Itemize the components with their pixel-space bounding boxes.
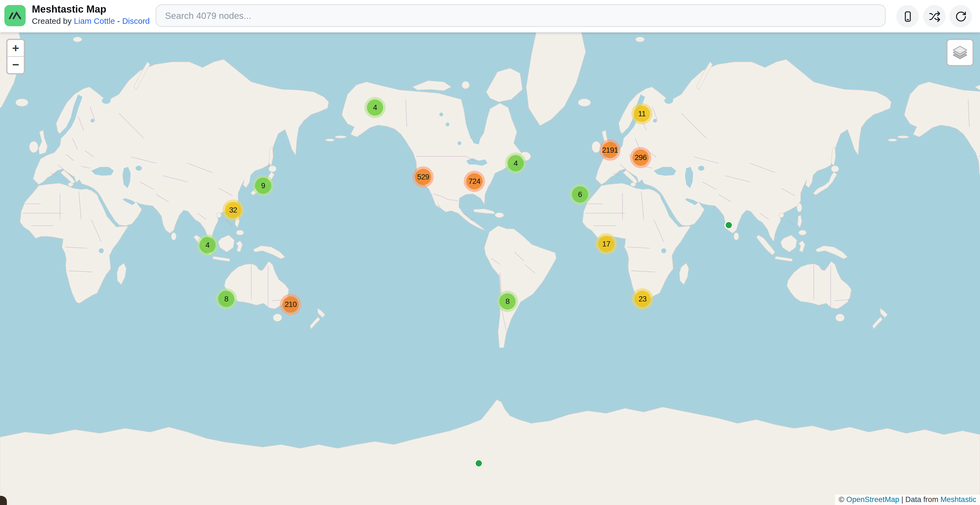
cluster-marker[interactable]: 23 bbox=[632, 288, 653, 310]
cluster-marker[interactable]: 4 bbox=[197, 234, 218, 256]
search-input[interactable] bbox=[156, 5, 886, 27]
attribution-copyright: © bbox=[838, 495, 846, 504]
cluster-count: 11 bbox=[634, 105, 650, 122]
cluster-count: 23 bbox=[635, 291, 651, 307]
cluster-count: 4 bbox=[199, 237, 215, 253]
attribution: © OpenStreetMap | Data from Meshtastic bbox=[835, 495, 980, 505]
cluster-marker[interactable]: 11 bbox=[632, 103, 653, 124]
shuffle-icon bbox=[928, 10, 940, 22]
marker-layer: 4112191296932529724464178210823 bbox=[0, 32, 980, 505]
cluster-count: 210 bbox=[282, 296, 299, 312]
discord-link[interactable]: Discord bbox=[122, 16, 150, 25]
mobile-app-button[interactable] bbox=[896, 5, 919, 27]
zoom-in-button[interactable]: + bbox=[7, 40, 24, 56]
cluster-marker[interactable]: 32 bbox=[223, 199, 244, 221]
cluster-marker[interactable]: 210 bbox=[280, 294, 301, 315]
cluster-count: 8 bbox=[218, 291, 234, 307]
author-link[interactable]: Liam Cottle bbox=[74, 16, 115, 25]
node-marker[interactable] bbox=[724, 221, 733, 229]
cluster-marker[interactable]: 529 bbox=[413, 166, 434, 188]
cluster-count: 529 bbox=[415, 169, 431, 185]
cluster-count: 9 bbox=[255, 178, 271, 194]
cluster-marker[interactable]: 4 bbox=[505, 153, 527, 174]
header: Meshtastic Map Created by Liam Cottle - … bbox=[0, 0, 980, 33]
cluster-marker[interactable]: 4 bbox=[364, 97, 386, 118]
cluster-count: 6 bbox=[572, 186, 588, 202]
layers-icon bbox=[952, 44, 968, 61]
cluster-count: 2191 bbox=[602, 142, 618, 158]
cluster-marker[interactable]: 6 bbox=[569, 184, 590, 205]
cluster-count: 8 bbox=[499, 293, 515, 309]
smartphone-icon bbox=[902, 10, 913, 22]
random-node-button[interactable] bbox=[923, 5, 945, 27]
meshtastic-logo-icon bbox=[7, 8, 22, 23]
cluster-count: 724 bbox=[466, 173, 482, 189]
cluster-marker[interactable]: 724 bbox=[464, 171, 485, 192]
layers-control[interactable] bbox=[947, 39, 974, 67]
cluster-count: 4 bbox=[367, 99, 383, 115]
refresh-icon bbox=[955, 10, 966, 22]
page-title: Meshtastic Map bbox=[32, 3, 150, 16]
refresh-button[interactable] bbox=[950, 5, 972, 27]
cluster-marker[interactable]: 9 bbox=[252, 175, 274, 196]
meshtastic-link[interactable]: Meshtastic bbox=[940, 495, 976, 504]
subtitle-prefix: Created by bbox=[32, 16, 74, 25]
cluster-marker[interactable]: 8 bbox=[497, 291, 518, 312]
title-block: Meshtastic Map Created by Liam Cottle - … bbox=[32, 3, 150, 26]
cluster-count: 296 bbox=[632, 149, 649, 166]
attribution-middle: | Data from bbox=[899, 495, 940, 504]
cluster-count: 32 bbox=[225, 202, 241, 218]
cluster-marker[interactable]: 296 bbox=[630, 147, 651, 168]
zoom-control: + − bbox=[6, 39, 25, 75]
cluster-count: 4 bbox=[508, 155, 523, 171]
osm-link[interactable]: OpenStreetMap bbox=[846, 495, 899, 504]
cluster-marker[interactable]: 2191 bbox=[600, 140, 621, 161]
cluster-count: 17 bbox=[598, 236, 614, 252]
subtitle-separator: - bbox=[115, 16, 122, 25]
map-canvas[interactable]: 4112191296932529724464178210823 + − © Op… bbox=[0, 32, 980, 505]
node-marker[interactable] bbox=[474, 459, 483, 468]
page-subtitle: Created by Liam Cottle - Discord bbox=[32, 16, 150, 26]
meshtastic-logo bbox=[5, 5, 26, 26]
cluster-marker[interactable]: 17 bbox=[595, 233, 617, 255]
meshtastic-map-app: 4112191296932529724464178210823 + − © Op… bbox=[0, 0, 980, 505]
zoom-out-button[interactable]: − bbox=[7, 56, 24, 73]
cluster-marker[interactable]: 8 bbox=[216, 288, 237, 310]
